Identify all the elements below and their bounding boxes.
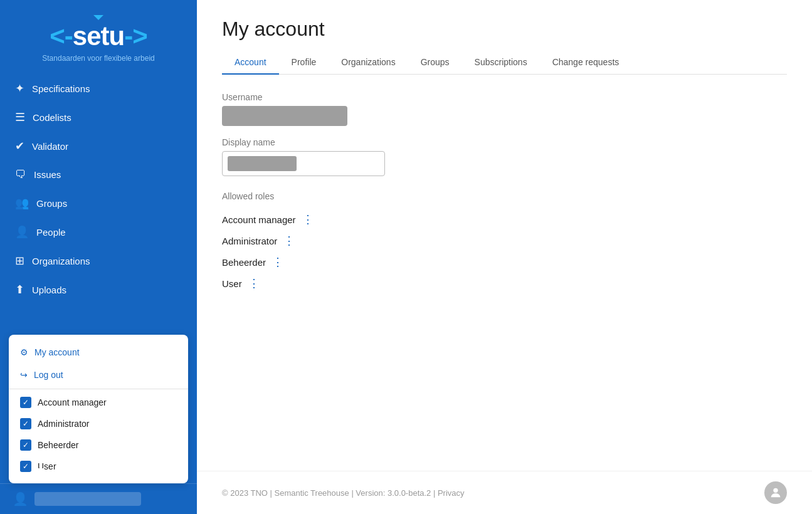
logo-right-bracket: -> [124,21,147,51]
role-name: User [222,278,242,289]
tab-groups[interactable]: Groups [408,51,462,75]
checkbox-beheerder [20,439,31,451]
page-title: My account [222,18,787,41]
sidebar-nav: ✦ Specifications ☰ Codelists ✔ Validator… [0,68,197,335]
sidebar-item-specifications[interactable]: ✦ Specifications [0,74,197,103]
role-label: Administrator [38,419,89,429]
allowed-roles-label: Allowed roles [222,191,787,201]
logo-tagline: Standaarden voor flexibele arbeid [13,54,184,63]
footer-copyright: © 2023 TNO | Semantic Treehouse | Versio… [222,488,465,498]
username-label: Username [222,92,787,102]
role-label: Beheerder [38,440,78,450]
tab-change-requests[interactable]: Change requests [540,51,632,75]
tab-profile[interactable]: Profile [279,51,329,75]
main-header: My account Account Profile Organizations… [197,0,812,75]
user-icon: 👤 [13,491,28,506]
role-row-account-manager: Account manager ⋮ [222,209,787,230]
logo-text: <-setu-> [13,21,184,51]
sidebar-item-label: Codelists [33,112,71,123]
avatar-icon [769,486,783,500]
role-row-administrator: Administrator ⋮ [222,230,787,251]
checkbox-administrator [20,418,31,429]
tab-account[interactable]: Account [222,51,279,75]
role-row-user: User ⋮ [222,273,787,294]
logo-area: <-setu-> Standaarden voor flexibele arbe… [0,0,197,68]
sidebar-item-label: Groups [36,198,67,209]
main-content-area: My account Account Profile Organizations… [197,0,812,514]
sidebar-item-label: Validator [32,141,68,152]
sidebar-item-label: Issues [34,169,61,180]
role-menu-dots-administrator[interactable]: ⋮ [283,234,295,248]
sidebar: <-setu-> Standaarden voor flexibele arbe… [0,0,197,514]
log-out-dropdown-item[interactable]: ↪ Log out [9,364,188,386]
tabs-bar: Account Profile Organizations Groups Sub… [222,51,787,75]
main-footer: © 2023 TNO | Semantic Treehouse | Versio… [197,471,812,514]
sidebar-item-validator[interactable]: ✔ Validator [0,132,197,160]
role-name: Administrator [222,236,277,246]
checkbox-account-manager [20,397,31,408]
codelists-icon: ☰ [15,110,25,124]
account-form: Username Display name Allowed roles Acco… [197,75,812,471]
username-value [222,106,347,126]
sidebar-item-label: Specifications [32,83,90,94]
display-name-filled-value [228,156,297,171]
role-account-manager[interactable]: Account manager [9,392,188,413]
account-dropdown: ⚙ My account ↪ Log out Account manager A… [9,335,188,483]
issues-icon: 🗨 [15,168,26,181]
tab-subscriptions[interactable]: Subscriptions [462,51,540,75]
role-name: Beheerder [222,257,266,268]
people-icon: 👤 [15,225,29,239]
logo-arrow-icon [93,15,103,20]
role-label: Account manager [38,397,107,407]
my-account-label: My account [34,347,80,357]
logout-icon: ↪ [20,370,28,380]
role-row-beheerder: Beheerder ⋮ [222,251,787,273]
sidebar-username-placeholder [34,492,141,506]
checkbox-user [20,461,31,472]
sidebar-item-codelists[interactable]: ☰ Codelists [0,103,197,132]
sidebar-item-issues[interactable]: 🗨 Issues [0,160,197,189]
sidebar-bottom-user[interactable]: 👤 [0,483,197,514]
sidebar-item-label: People [36,227,66,238]
svg-point-0 [773,488,778,493]
role-menu-dots-beheerder[interactable]: ⋮ [272,255,283,269]
log-out-label: Log out [34,370,63,380]
display-name-label: Display name [222,137,787,147]
my-account-dropdown-item[interactable]: ⚙ My account [9,341,188,364]
logo-name: setu [73,21,124,51]
gear-icon: ⚙ [20,347,28,357]
organizations-icon: ⊞ [15,254,24,268]
groups-icon: 👥 [15,196,29,210]
role-beheerder[interactable]: Beheerder [9,434,188,456]
sidebar-item-groups[interactable]: 👥 Groups [0,189,197,218]
role-name: Account manager [222,214,296,225]
sidebar-item-uploads[interactable]: ⬆ Uploads [0,275,197,304]
sidebar-item-label: Organizations [32,256,90,266]
role-menu-dots-account-manager[interactable]: ⋮ [302,212,314,226]
specifications-icon: ✦ [15,81,24,95]
sidebar-item-people[interactable]: 👤 People [0,218,197,246]
tab-organizations[interactable]: Organizations [329,51,408,75]
validator-icon: ✔ [15,139,24,153]
sidebar-item-label: Uploads [32,285,66,295]
dropdown-divider [9,389,188,389]
logo-left-bracket: <- [50,21,73,51]
display-name-input[interactable] [222,151,385,176]
role-administrator[interactable]: Administrator [9,413,188,434]
footer-avatar [764,481,787,504]
role-menu-dots-user[interactable]: ⋮ [248,276,260,290]
uploads-icon: ⬆ [15,283,24,296]
sidebar-item-organizations[interactable]: ⊞ Organizations [0,246,197,275]
dropdown-caret [31,468,44,475]
